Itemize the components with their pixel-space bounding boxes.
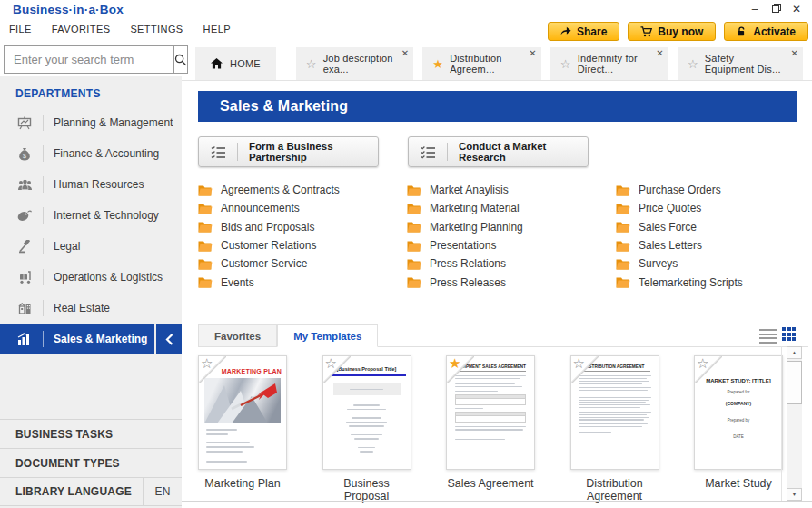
folder-icon [198,184,213,196]
panel-bottom-divider [182,501,812,502]
folder-events[interactable]: Events [198,273,340,291]
folder-icon [616,221,630,233]
tab-my-templates[interactable]: My Templates [277,324,378,347]
tab-job-description[interactable]: ☆ Job description exa... ✕ [296,47,414,80]
sidebar-item-operations-logistics[interactable]: Operations & Logistics [0,262,182,293]
grid-view-icon[interactable] [782,327,797,343]
sidebar-item-human-resources[interactable]: Human Resources [0,169,182,200]
sidebar-item-internet-technology[interactable]: Internet & Technology [0,200,182,231]
section-library-language[interactable]: LIBRARY LANGUAGE EN [0,477,182,506]
folder-market-analysis[interactable]: Market Anaylisis [407,181,523,199]
folder-customer-service[interactable]: Customer Service [198,254,340,273]
share-button[interactable]: Share [548,22,619,41]
tab-favorites[interactable]: Favorites [198,324,277,347]
folder-icon [407,276,421,288]
close-tab-icon[interactable]: ✕ [656,48,664,58]
close-tab-icon[interactable]: ✕ [790,48,798,58]
favorite-star-icon[interactable]: ★ [449,355,460,372]
folder-sales-letters[interactable]: Sales Letters [616,236,743,254]
menu-favorites[interactable]: FAVORITES [52,24,111,38]
folder-presentations[interactable]: Presentations [407,236,523,254]
template-name: Distribution Agreement [570,477,659,503]
minimize-button[interactable]: – [745,2,765,17]
folder-bids-proposals[interactable]: Bids and Proposals [198,218,340,236]
folder-icon [616,184,630,196]
template-card-marketing-plan[interactable]: MARKETING PLAN ☆ Marketing Plan [198,355,287,503]
menu-settings[interactable]: SETTINGS [130,24,183,38]
search-bar [4,45,181,74]
favorite-star-icon[interactable]: ★ [432,58,443,70]
scroll-down-icon[interactable]: ▼ [787,488,802,501]
svg-text:$: $ [23,152,26,158]
template-card-distribution-agreement[interactable]: DISTRIBUTION AGREEMENT [570,355,659,503]
folder-agreements-contracts[interactable]: Agreements & Contracts [198,181,340,199]
folder-icon [616,258,630,270]
restore-button[interactable] [767,2,787,17]
tab-distribution-agreement[interactable]: ★ Distribution Agreem... ✕ [422,47,540,80]
favorite-star-icon[interactable]: ☆ [325,355,337,372]
home-icon [211,58,223,69]
menu-help[interactable]: HELP [203,24,231,38]
activate-button[interactable]: Activate [724,22,808,41]
unlock-icon [737,26,748,37]
scroll-up-icon[interactable]: ▲ [787,346,802,359]
cart-icon [640,26,652,37]
folder-customer-relations[interactable]: Customer Relations [198,236,340,254]
folder-surveys[interactable]: Surveys [616,254,743,273]
language-value[interactable]: EN [143,478,182,505]
departments-header: DEPARTMENTS [15,87,182,100]
folder-purchase-orders[interactable]: Purchase Orders [616,181,743,199]
close-tab-icon[interactable]: ✕ [529,48,537,58]
close-tab-icon[interactable]: ✕ [401,48,410,58]
templates-scrollbar[interactable]: ▲ ▼ [787,346,802,501]
section-document-types[interactable]: DOCUMENT TYPES [0,448,182,477]
app-window: Business·in·a·Box – ✕ FILE FAVORITES SET… [0,0,812,508]
folder-price-quotes[interactable]: Price Quotes [616,199,743,217]
sidebar-item-real-estate[interactable]: Real Estate [0,293,182,324]
folder-announcements[interactable]: Announcements [198,199,340,217]
folder-sales-force[interactable]: Sales Force [616,218,743,236]
tab-safety-equipment[interactable]: ☆ Safety Equipment Dis... ✕ [678,47,803,80]
folder-icon [616,203,630,214]
template-card-sales-agreement[interactable]: EQUIPMENT SALES AGREEMENT [446,355,535,503]
folder-press-relations[interactable]: Press Relations [407,254,523,273]
template-cards: MARKETING PLAN ☆ Marketing Plan [198,355,783,503]
checklist-icon [421,145,436,159]
sidebar: DEPARTMENTS Planning & Management $ Fina… [0,76,182,508]
form-business-partnership-button[interactable]: Form a Business Partnership [198,136,379,167]
template-card-business-proposal[interactable]: [Business Proposal Title] ☆ Busines [322,355,411,503]
folder-icon [407,240,421,252]
favorite-star-icon[interactable]: ☆ [201,355,213,372]
folder-icon [198,258,213,270]
folder-icon [407,184,421,196]
search-input[interactable] [4,45,173,74]
template-card-market-study[interactable]: MARKET STUDY: [TITLE] Prepared for (COMP… [694,355,783,503]
tab-indemnity[interactable]: ☆ Indemnity for Direct... ✕ [550,47,668,80]
share-icon [560,26,571,36]
scrollbar-thumb[interactable] [787,361,802,404]
favorite-star-icon[interactable]: ☆ [697,355,708,372]
sidebar-item-sales-marketing[interactable]: Sales & Marketing [0,324,182,354]
close-button[interactable]: ✕ [787,2,807,17]
sidebar-collapse-button[interactable] [154,324,182,354]
sidebar-item-finance-accounting[interactable]: $ Finance & Accounting [0,138,182,169]
folder-press-releases[interactable]: Press Releases [407,273,523,291]
list-view-icon[interactable] [759,329,777,345]
menu-file[interactable]: FILE [9,24,32,38]
search-button[interactable] [173,45,188,74]
tab-home[interactable]: HOME [195,47,276,80]
folder-telemarketing-scripts[interactable]: Telemarketing Scripts [616,273,743,291]
folder-marketing-planning[interactable]: Marketing Planning [407,218,523,236]
conduct-market-research-button[interactable]: Conduct a Market Research [408,136,589,167]
favorite-star-icon[interactable]: ☆ [688,58,698,70]
section-business-tasks[interactable]: BUSINESS TASKS [0,419,182,448]
folder-marketing-material[interactable]: Marketing Material [407,199,523,217]
search-icon [174,54,187,66]
sidebar-item-planning-management[interactable]: Planning & Management [0,107,182,138]
favorite-star-icon[interactable]: ☆ [573,355,585,372]
favorite-star-icon[interactable]: ☆ [560,58,571,70]
buy-now-button[interactable]: Buy now [628,22,716,41]
favorite-star-icon[interactable]: ☆ [306,58,317,70]
people-icon [16,179,33,191]
sidebar-item-legal[interactable]: Legal [0,231,182,262]
